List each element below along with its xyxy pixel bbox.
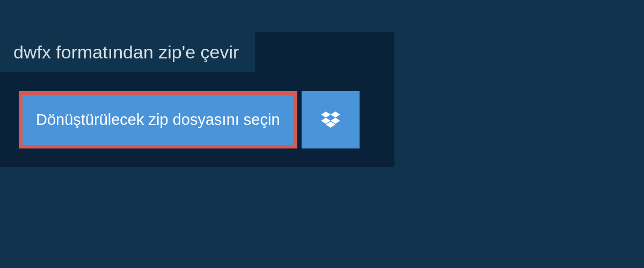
title-bar: dwfx formatından zip'e çevir [0,32,255,72]
dropbox-icon [321,111,340,129]
select-file-button[interactable]: Dönüştürülecek zip dosyasını seçin [19,91,297,148]
converter-panel: dwfx formatından zip'e çevir Dönüştürüle… [0,32,394,167]
button-row: Dönüştürülecek zip dosyasını seçin [0,91,394,148]
page-title: dwfx formatından zip'e çevir [13,42,239,63]
dropbox-button[interactable] [302,91,360,148]
